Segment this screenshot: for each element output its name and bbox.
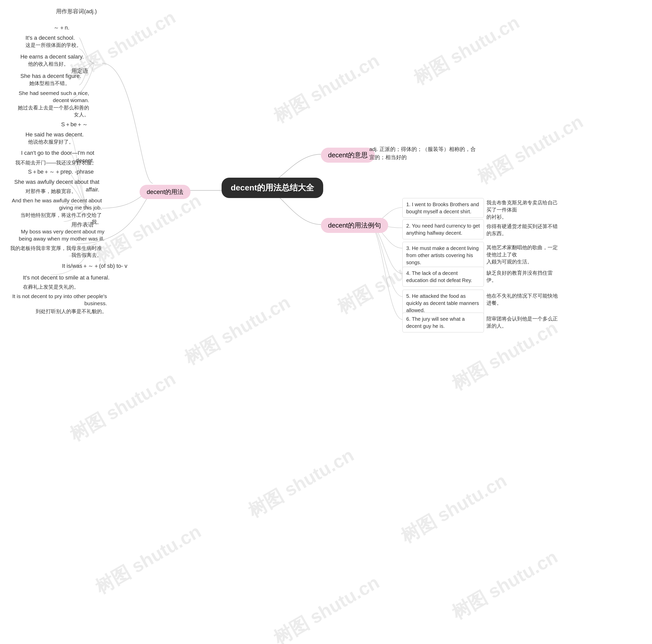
affair-cn: 对那件事，她极宽容。 xyxy=(25,188,76,195)
decent-woman-en: She had seemed such a nice, decent woman… xyxy=(15,90,89,104)
example-2-cn: 你得有硬通货才能买到还算不错的东西。 xyxy=(486,223,558,237)
watermark-6: 树图 shutu.cn xyxy=(180,290,295,370)
watermark-9: 树图 shutu.cn xyxy=(65,367,180,447)
decent-figure-en: She has a decent figure. xyxy=(20,73,81,79)
meaning-desc: adj. 正派的；得体的；（服装等）相称的，合宜的；相当好的 xyxy=(369,145,492,161)
example-6-cn: 陪审团将会认到他是一个多么正派的人。 xyxy=(486,315,558,329)
example-3-cn: 其他艺术家翻唱他的歌曲，一定使他过上了收入颇为可观的生活。 xyxy=(486,244,558,265)
decent-school-en: It's a decent school. xyxy=(25,35,75,41)
decent-school-cn: 这是一所很体面的学校。 xyxy=(25,42,82,49)
usage-node: decent的用法 xyxy=(140,185,191,199)
said-decent-cn: 他说他衣服穿好了。 xyxy=(28,138,74,145)
decent-salary-cn: 他的收入相当好。 xyxy=(28,61,69,67)
s-be-prep-label: S＋be＋～＋prep. -phrase xyxy=(28,168,94,176)
watermark-3: 树图 shutu.cn xyxy=(409,10,524,90)
watermark-13: 树图 shutu.cn xyxy=(269,570,384,644)
watermark-2: 树图 shutu.cn xyxy=(269,48,384,129)
example-1-en: 1. I went to Brooks Brothers and bought … xyxy=(402,198,484,218)
it-is-was-label: It is/was＋～＋(of sb) to- v xyxy=(25,262,127,270)
tilde-n-label: ～＋n. xyxy=(53,24,69,32)
said-decent-en: He said he was decent. xyxy=(25,131,84,138)
example-4-cn: 缺乏良好的教育并没有挡住雷伊。 xyxy=(486,269,558,284)
decent-woman-cn: 她过去看上去是一个那么和善的女人。 xyxy=(15,104,89,118)
funeral-en: It's not decent to smile at a funeral. xyxy=(13,274,110,282)
pry-en: It is not decent to pry into other peopl… xyxy=(5,293,107,307)
central-node: decent的用法总结大全 xyxy=(222,178,323,198)
pry-cn: 到处打听别人的事是不礼貌的。 xyxy=(15,308,107,315)
example-3-en: 3. He must make a decent living from oth… xyxy=(402,242,484,269)
example-5-cn: 他在不失礼的情况下尽可能快地进餐。 xyxy=(486,292,558,306)
watermark-14: 树图 shutu.cn xyxy=(447,545,562,625)
boss-cn: 我的老板待我非常宽厚，我母亲生病时准我告假离去。 xyxy=(10,245,102,259)
yong-biao-yu-label: 用作表语 xyxy=(71,221,94,229)
cant-go-cn: 我不能去开门——我还没穿好衣服。 xyxy=(15,159,97,166)
decent-figure-cn: 她体型相当不错。 xyxy=(29,80,70,87)
watermark-10: 树图 shutu.cn xyxy=(244,443,358,523)
giving-job-en: And then he was awfully decent about giv… xyxy=(8,197,102,212)
s-be-label: S＋be＋～ xyxy=(61,121,88,128)
funeral-cn: 在葬礼上发笑是失礼的。 xyxy=(23,284,79,290)
usage-examples-node: decent的用法例句 xyxy=(321,218,388,233)
example-1-cn: 我去布鲁克斯兄弟专卖店给自己买了一件体面的衬衫。 xyxy=(486,199,558,220)
example-2-en: 2. You need hard currency to get anythin… xyxy=(402,219,484,239)
meaning-node: decent的意思 xyxy=(321,148,375,163)
example-4-en: 4. The lack of a decent education did no… xyxy=(402,267,484,287)
mindmap: 树图 shutu.cn 树图 shutu.cn 树图 shutu.cn 树图 s… xyxy=(0,0,652,644)
boss-en: My boss was very decent about my being a… xyxy=(8,228,104,243)
example-6-en: 6. The jury will see what a decent guy h… xyxy=(402,313,484,332)
watermark-11: 树图 shutu.cn xyxy=(397,468,511,549)
adj-group-label: 用作形容词(adj.) xyxy=(56,8,97,15)
decent-salary-en: He earns a decent salary. xyxy=(20,53,84,60)
watermark-5: 树图 shutu.cn xyxy=(91,188,206,269)
watermark-12: 树图 shutu.cn xyxy=(91,519,206,599)
